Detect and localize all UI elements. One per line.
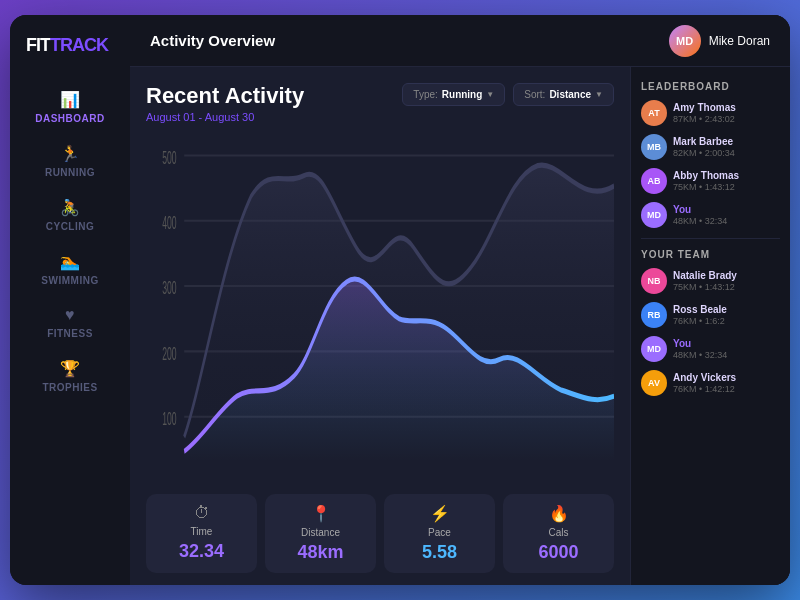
- sidebar-item-running[interactable]: 🏃 RUNNING: [10, 134, 130, 188]
- sidebar: FITTRACK 📊 DASHBOARD 🏃 RUNNING 🚴 CYCLING…: [10, 15, 130, 585]
- chart-title: Recent Activity: [146, 83, 304, 109]
- lb-stats: 76KM • 1:42:12: [673, 384, 736, 394]
- dashboard-icon: 📊: [60, 90, 81, 109]
- leaderboard-panel: LEADERBOARD AT Amy Thomas 87KM • 2:43:02…: [630, 67, 790, 585]
- stat-pace: ⚡ Pace 5.58: [384, 494, 495, 573]
- lb-info: Andy Vickers 76KM • 1:42:12: [673, 372, 736, 394]
- section-divider: [641, 238, 780, 239]
- sidebar-item-swimming-label: SWIMMING: [41, 275, 98, 286]
- activity-chart: 500 400 300 200 100: [146, 135, 614, 482]
- sidebar-item-trophies[interactable]: 🏆 TROPHIES: [10, 349, 130, 403]
- time-value: 32.34: [179, 541, 224, 562]
- avatar: MD: [669, 25, 701, 57]
- user-info: MD Mike Doran: [669, 25, 770, 57]
- lb-avatar: RB: [641, 302, 667, 328]
- cals-value: 6000: [538, 542, 578, 563]
- sidebar-item-running-label: RUNNING: [45, 167, 95, 178]
- svg-text:300: 300: [162, 278, 176, 298]
- leaderboard-item: RB Ross Beale 76KM • 1:6:2: [641, 302, 780, 328]
- sidebar-item-cycling[interactable]: 🚴 CYCLING: [10, 188, 130, 242]
- sidebar-item-dashboard[interactable]: 📊 DASHBOARD: [10, 80, 130, 134]
- team-list: NB Natalie Brady 75KM • 1:43:12 RB Ross …: [641, 268, 780, 396]
- leaderboard-item: MD You 48KM • 32:34: [641, 336, 780, 362]
- lb-name: Andy Vickers: [673, 372, 736, 384]
- sort-filter-chevron: ▼: [595, 90, 603, 99]
- page-title: Activity Overview: [150, 32, 275, 49]
- time-icon: ⏱: [194, 504, 210, 522]
- lb-avatar: MB: [641, 134, 667, 160]
- lb-avatar: AT: [641, 100, 667, 126]
- stats-row: ⏱ Time 32.34 📍 Distance 48km ⚡ Pace 5.58: [146, 494, 614, 573]
- lb-info: Natalie Brady 75KM • 1:43:12: [673, 270, 737, 292]
- running-icon: 🏃: [60, 144, 81, 163]
- lb-name: Mark Barbee: [673, 136, 735, 148]
- lb-name: Natalie Brady: [673, 270, 737, 282]
- pace-value: 5.58: [422, 542, 457, 563]
- lb-info: Amy Thomas 87KM • 2:43:02: [673, 102, 736, 124]
- sidebar-item-fitness[interactable]: ♥ FITNESS: [10, 296, 130, 349]
- cals-label: Cals: [548, 527, 568, 538]
- fitness-icon: ♥: [65, 306, 75, 324]
- leaderboard-item: NB Natalie Brady 75KM • 1:43:12: [641, 268, 780, 294]
- lb-avatar: MD: [641, 336, 667, 362]
- sidebar-item-swimming[interactable]: 🏊 SWIMMING: [10, 242, 130, 296]
- leaderboard-item: AT Amy Thomas 87KM • 2:43:02: [641, 100, 780, 126]
- leaderboard-item: AV Andy Vickers 76KM • 1:42:12: [641, 370, 780, 396]
- lb-avatar: NB: [641, 268, 667, 294]
- leaderboard-item: MD You 48KM • 32:34: [641, 202, 780, 228]
- leaderboard-item: MB Mark Barbee 82KM • 2:00:34: [641, 134, 780, 160]
- pace-label: Pace: [428, 527, 451, 538]
- lb-name: You: [673, 338, 727, 350]
- chart-section: Recent Activity August 01 - August 30 Ty…: [130, 67, 630, 585]
- chart-wrapper: 500 400 300 200 100: [146, 135, 614, 482]
- logo: FITTRACK: [10, 35, 130, 80]
- type-filter[interactable]: Type: Running ▼: [402, 83, 505, 106]
- stat-cals: 🔥 Cals 6000: [503, 494, 614, 573]
- cycling-icon: 🚴: [60, 198, 81, 217]
- stat-distance: 📍 Distance 48km: [265, 494, 376, 573]
- avatar-inner: MD: [669, 25, 701, 57]
- sidebar-item-dashboard-label: DASHBOARD: [35, 113, 105, 124]
- sidebar-item-cycling-label: CYCLING: [46, 221, 95, 232]
- svg-text:100: 100: [162, 408, 176, 428]
- lb-name: Amy Thomas: [673, 102, 736, 114]
- lb-info: Abby Thomas 75KM • 1:43:12: [673, 170, 739, 192]
- logo-fit: FIT: [26, 35, 50, 55]
- lb-avatar: AV: [641, 370, 667, 396]
- chart-filters: Type: Running ▼ Sort: Distance ▼: [402, 83, 614, 106]
- sort-filter-value: Distance: [549, 89, 591, 100]
- lb-stats: 75KM • 1:43:12: [673, 182, 739, 192]
- lb-name: You: [673, 204, 727, 216]
- type-filter-chevron: ▼: [486, 90, 494, 99]
- type-filter-label: Type:: [413, 89, 437, 100]
- lb-stats: 82KM • 2:00:34: [673, 148, 735, 158]
- lb-avatar: AB: [641, 168, 667, 194]
- content-area: Recent Activity August 01 - August 30 Ty…: [130, 67, 790, 585]
- lb-info: You 48KM • 32:34: [673, 204, 727, 226]
- lb-stats: 48KM • 32:34: [673, 350, 727, 360]
- trophies-icon: 🏆: [60, 359, 81, 378]
- distance-value: 48km: [297, 542, 343, 563]
- lb-info: You 48KM • 32:34: [673, 338, 727, 360]
- stat-time: ⏱ Time 32.34: [146, 494, 257, 573]
- pace-icon: ⚡: [430, 504, 450, 523]
- chart-header: Recent Activity August 01 - August 30 Ty…: [146, 83, 614, 123]
- header: Activity Overview MD Mike Doran: [130, 15, 790, 67]
- distance-label: Distance: [301, 527, 340, 538]
- main-content: Activity Overview MD Mike Doran Recent A…: [130, 15, 790, 585]
- sidebar-item-trophies-label: TROPHIES: [42, 382, 97, 393]
- distance-icon: 📍: [311, 504, 331, 523]
- svg-text:500: 500: [162, 147, 176, 167]
- lb-stats: 48KM • 32:34: [673, 216, 727, 226]
- leaderboard-title: LEADERBOARD: [641, 81, 780, 92]
- chart-title-area: Recent Activity August 01 - August 30: [146, 83, 304, 123]
- lb-stats: 87KM • 2:43:02: [673, 114, 736, 124]
- lb-info: Mark Barbee 82KM • 2:00:34: [673, 136, 735, 158]
- type-filter-value: Running: [442, 89, 483, 100]
- svg-text:200: 200: [162, 343, 176, 363]
- sidebar-item-fitness-label: FITNESS: [47, 328, 93, 339]
- user-name: Mike Doran: [709, 34, 770, 48]
- sort-filter[interactable]: Sort: Distance ▼: [513, 83, 614, 106]
- app-container: FITTRACK 📊 DASHBOARD 🏃 RUNNING 🚴 CYCLING…: [10, 15, 790, 585]
- chart-date: August 01 - August 30: [146, 111, 304, 123]
